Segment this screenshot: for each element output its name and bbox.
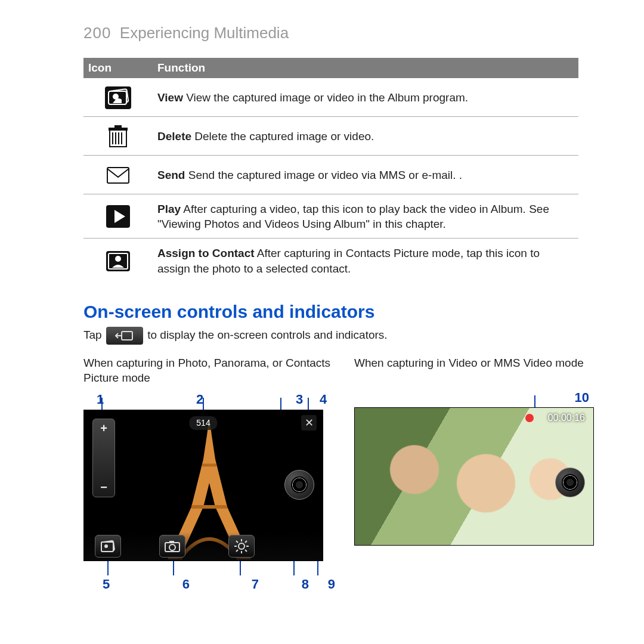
video-caption: When capturing in Video or MMS Video mod… <box>354 355 594 384</box>
tap-instruction: Tap to display the on-screen controls an… <box>83 327 578 345</box>
assign-contact-icon <box>104 249 132 274</box>
play-icon <box>104 204 132 229</box>
photo-caption: When capturing in Photo, Panorama, or Co… <box>83 355 340 386</box>
row-bold: Delete <box>157 130 191 143</box>
th-function: Function <box>153 58 578 78</box>
zoom-slider[interactable]: + − <box>92 419 115 497</box>
video-mode-screenshot: 00:00:16 <box>354 407 594 546</box>
view-album-icon <box>104 85 132 110</box>
svg-line-32 <box>245 541 247 543</box>
svg-line-33 <box>236 550 238 552</box>
record-timer: 00:00:16 <box>548 411 585 425</box>
photo-labels-bottom: 5 6 7 8 9 <box>83 561 340 593</box>
record-indicator-icon <box>525 414 534 422</box>
svg-rect-5 <box>109 128 128 131</box>
row-bold: View <box>157 91 183 104</box>
th-icon: Icon <box>83 58 153 78</box>
svg-point-21 <box>104 544 108 548</box>
svg-point-25 <box>239 543 244 549</box>
table-row: Delete Delete the captured image or vide… <box>83 116 578 155</box>
chapter-title: Experiencing Multimedia <box>120 24 289 42</box>
svg-point-15 <box>115 256 121 262</box>
toggle-overlay-icon <box>106 327 143 345</box>
record-button[interactable] <box>555 467 585 497</box>
table-row: Assign to Contact After capturing in Con… <box>83 239 578 283</box>
row-bold: Send <box>157 169 185 181</box>
section-title: On-screen controls and indicators <box>83 300 578 324</box>
page-number: 200 <box>83 24 111 42</box>
svg-line-30 <box>236 541 238 543</box>
remaining-counter: 514 <box>189 416 217 430</box>
video-label-top: 10 <box>354 389 594 408</box>
svg-rect-23 <box>169 541 174 543</box>
row-bold: Play <box>157 203 181 215</box>
table-row: View View the captured image or video in… <box>83 78 578 117</box>
svg-rect-11 <box>107 168 129 183</box>
table-row: Play After capturing a video, tap this i… <box>83 194 578 238</box>
delete-icon <box>104 124 132 149</box>
zoom-out-icon[interactable]: − <box>93 479 114 496</box>
send-icon <box>104 163 132 188</box>
page-header: 200 Experiencing Multimedia <box>83 23 578 44</box>
zoom-in-icon[interactable]: + <box>93 420 114 436</box>
photo-mode-screenshot: + − 514 ✕ <box>83 410 323 561</box>
close-icon[interactable]: ✕ <box>301 415 317 431</box>
row-bold: Assign to Contact <box>157 247 255 259</box>
shutter-button[interactable] <box>284 470 314 500</box>
icon-function-table: Icon Function View View the captured ima… <box>83 58 578 282</box>
table-row: Send Send the captured image or video vi… <box>83 155 578 194</box>
settings-gear-icon[interactable] <box>228 535 255 558</box>
svg-point-24 <box>169 544 175 550</box>
svg-rect-16 <box>122 332 132 340</box>
svg-rect-6 <box>114 125 122 128</box>
svg-line-31 <box>245 550 247 552</box>
camera-mode-icon[interactable] <box>159 535 185 558</box>
album-icon[interactable] <box>95 535 121 558</box>
photo-labels-top: 1 2 3 4 <box>83 391 340 410</box>
